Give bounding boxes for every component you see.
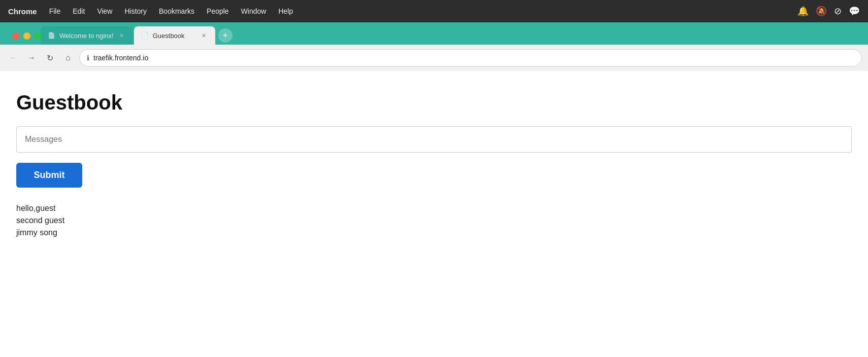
tab-nginx[interactable]: 📄 Welcome to nginx! ✕ — [41, 26, 133, 45]
new-tab-button[interactable]: + — [218, 28, 232, 43]
back-icon: ← — [9, 53, 17, 62]
menu-history[interactable]: History — [124, 7, 147, 15]
list-item: jimmy song — [16, 228, 852, 237]
page-content: Guestbook Submit hello,guest second gues… — [0, 71, 868, 335]
menu-view[interactable]: View — [97, 7, 112, 15]
close-window-button[interactable] — [12, 32, 19, 40]
message-input[interactable] — [16, 126, 852, 153]
tab-title-2: Guestbook — [153, 32, 196, 40]
address-bar[interactable]: ℹ traefik.frontend.io — [79, 49, 862, 66]
address-bar-row: ← → ↻ ⌂ ℹ traefik.frontend.io — [0, 45, 868, 71]
menu-help[interactable]: Help — [278, 7, 293, 15]
menu-window[interactable]: Window — [241, 7, 266, 15]
forward-icon: → — [27, 53, 36, 62]
guest-entries: hello,guest second guest jimmy song — [16, 204, 852, 237]
back-button[interactable]: ← — [6, 51, 20, 65]
browser-chrome: 📄 Welcome to nginx! ✕ 📄 Guestbook ✕ + ← … — [0, 22, 868, 71]
reload-icon: ↻ — [47, 53, 53, 63]
tab-close-2[interactable]: ✕ — [200, 31, 208, 40]
menu-bookmarks[interactable]: Bookmarks — [159, 7, 194, 15]
list-item: second guest — [16, 216, 852, 225]
info-icon: ℹ — [87, 54, 89, 62]
menu-bar: Chrome File Edit View History Bookmarks … — [0, 0, 868, 22]
page-title: Guestbook — [16, 91, 852, 114]
home-button[interactable]: ⌂ — [61, 51, 75, 65]
submit-button[interactable]: Submit — [16, 163, 82, 188]
app-name[interactable]: Chrome — [8, 7, 37, 16]
tab-page-icon-1: 📄 — [48, 32, 55, 39]
tab-title-1: Welcome to nginx! — [59, 32, 114, 40]
list-item: hello,guest — [16, 204, 852, 213]
menu-right-icons: 🔔 🔕 ⊘ 💬 — [797, 6, 860, 17]
menu-edit[interactable]: Edit — [73, 7, 85, 15]
tab-close-1[interactable]: ✕ — [118, 31, 126, 40]
forward-button[interactable]: → — [24, 51, 39, 65]
wechat-icon[interactable]: 💬 — [849, 6, 860, 17]
tab-guestbook[interactable]: 📄 Guestbook ✕ — [134, 26, 215, 45]
url-display: traefik.frontend.io — [93, 54, 854, 62]
home-icon: ⌂ — [65, 53, 71, 62]
tab-page-icon-2: 📄 — [141, 32, 149, 39]
reload-button[interactable]: ↻ — [43, 51, 57, 65]
menu-file[interactable]: File — [49, 7, 61, 15]
notification-icon[interactable]: 🔔 — [797, 6, 809, 17]
alert-icon[interactable]: 🔕 — [816, 6, 827, 17]
minimize-window-button[interactable] — [23, 32, 30, 40]
menu-people[interactable]: People — [207, 7, 229, 15]
profile-icon[interactable]: ⊘ — [834, 6, 842, 17]
